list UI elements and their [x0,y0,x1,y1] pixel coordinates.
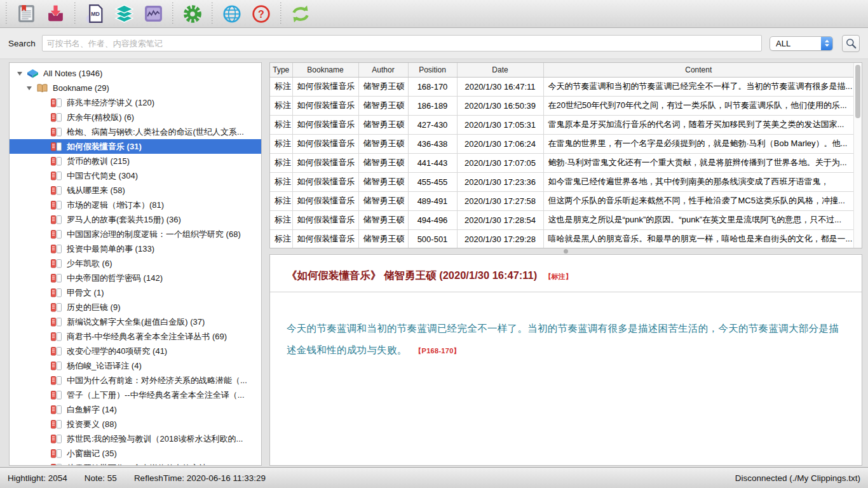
sidebar-item-book[interactable]: 新编说文解字大全集(超值白金版) (37) [10,315,261,329]
tree-item-label: 杨伯峻_论语译注 (4) [67,360,142,372]
sidebar-item-book[interactable]: 薛兆丰经济学讲义 (120) [10,95,261,110]
cell-type: 标注 [270,229,292,248]
sidebar-item-book[interactable]: 枪炮、病菌与钢铁:人类社会的命运(世纪人文系... [10,125,261,139]
search-button[interactable] [842,35,860,52]
book-icon [50,288,62,298]
column-header-bookname[interactable]: Bookname [292,63,358,77]
sidebar-item-book[interactable]: 钱从哪里来 (58) [10,183,261,198]
note-row[interactable]: 标注如何假装懂音乐储智勇王硕500-5012020/1/30 17:29:28嘻… [270,229,853,248]
book-icon [50,361,62,371]
note-row[interactable]: 标注如何假装懂音乐储智勇王硕441-4432020/1/30 17:07:05鲍… [270,153,853,172]
toolbar-separator [6,3,7,25]
book-icon [50,390,62,400]
note-type-tag: 【标注】 [545,273,573,280]
column-header-date[interactable]: Date [457,63,543,77]
sidebar-item-book[interactable]: 少年凯歌 (6) [10,256,261,271]
book-icon [50,346,62,356]
cell-author: 储智勇王硕 [358,77,408,96]
sidebar-item-book[interactable]: 从零开始学写作：个人增值的有效方法 (6) [10,461,261,466]
note-row[interactable]: 标注如何假装懂音乐储智勇王硕186-1892020/1/30 16:50:39在… [270,96,853,115]
book-icon [50,419,62,430]
stats-button[interactable] [140,1,166,27]
sidebar-item-book[interactable]: 中央帝国的哲学密码 (142) [10,271,261,285]
note-row[interactable]: 标注如何假装懂音乐储智勇王硕436-4382020/1/30 17:06:24在… [270,134,853,153]
sidebar-item-book[interactable]: 市场的逻辑（增订本）(81) [10,198,261,212]
tree-item-label: 庆余年(精校版) (6) [67,112,134,123]
cell-date: 2020/1/30 17:28:54 [457,210,543,229]
sidebar-item-book[interactable]: 投资中最简单的事 (133) [10,241,261,256]
cell-date: 2020/1/30 16:47:11 [457,77,543,96]
cell-author: 储智勇王硕 [358,210,408,229]
note-row[interactable]: 标注如何假装懂音乐储智勇王硕427-4302020/1/30 17:05:31雷… [270,115,853,134]
sidebar-item-book[interactable]: 历史的巨镜 (9) [10,300,261,315]
search-icon [845,37,857,50]
column-header-author[interactable]: Author [358,63,408,77]
book-icon [50,171,62,181]
sidebar-item-book[interactable]: 改变心理学的40项研究 (41) [10,344,261,358]
sidebar-item-all-notes[interactable]: All Notes (1946) [10,66,261,81]
import-button[interactable] [42,1,69,27]
sidebar-item-book[interactable]: 如何假装懂音乐 (31) [10,139,261,154]
sidebar-item-book[interactable]: 杨伯峻_论语译注 (4) [10,358,261,373]
notes-table: TypeBooknameAuthorPositionDateContent 标注… [270,63,853,248]
sidebar-item-book[interactable]: 白鱼解字 (14) [10,402,261,417]
tree-item-label: 管子（上下册）--中华经典名著全本全注全译（... [67,390,245,401]
dropdown-stepper-icon [821,37,832,50]
svg-text:MD: MD [91,11,100,17]
sidebar-item-book[interactable]: 投资要义 (88) [10,417,261,431]
sidebar-item-bookname-group[interactable]: Bookname (29) [10,81,261,95]
sidebar-item-book[interactable]: 甲骨文 (1) [10,285,261,300]
settings-button[interactable] [179,1,206,27]
tree-item-label: 货币的教训 (215) [67,156,130,167]
cell-content: 嘻哈就是黑人的朋克音乐。和最早的朋克一样，嘻哈也是来自街头的文化，都是一... [543,229,853,248]
tree-item-label: 罗马人的故事(套装共15册) (36) [67,214,181,226]
cell-author: 储智勇王硕 [358,229,408,248]
sidebar-item-book[interactable]: 小窗幽记 (35) [10,446,261,461]
allnotes-icon [27,69,39,79]
layers-icon [114,4,134,24]
notes-button[interactable] [13,1,39,27]
table-scrollbar[interactable] [853,63,862,248]
search-scope-dropdown[interactable]: ALL [770,36,833,51]
sidebar-item-book[interactable]: 中国为什么有前途：对外经济关系的战略潜能（... [10,373,261,388]
tree-item-label: 如何假装懂音乐 (31) [67,141,142,152]
sidebar-item-book[interactable]: 中国国家治理的制度逻辑：一个组织学研究 (68) [10,227,261,241]
web-button[interactable] [219,1,245,27]
refresh-button[interactable] [287,1,314,27]
note-row[interactable]: 标注如何假装懂音乐储智勇王硕494-4962020/1/30 17:28:54这… [270,210,853,229]
disclosure-triangle-icon[interactable] [17,72,22,76]
pane-splitter[interactable] [269,248,862,254]
cell-content: 雷鬼原本是牙买加流行音乐的代名词，随着牙买加移民到了英美之类的发达国家... [543,115,853,134]
toolbar: MD [0,0,868,28]
markdown-export-button[interactable]: MD [81,1,108,27]
cell-bookname: 如何假装懂音乐 [292,191,358,210]
cell-bookname: 如何假装懂音乐 [292,229,358,248]
help-button[interactable]: ? [248,1,275,27]
book-icon [50,142,62,152]
note-row[interactable]: 标注如何假装懂音乐储智勇王硕489-4912020/1/30 17:27:58但… [270,191,853,210]
tree-item-label: 商君书-中华经典名著全本全注全译丛书 (69) [67,331,227,342]
cell-author: 储智勇王硕 [358,191,408,210]
table-scrollbar-thumb[interactable] [855,65,860,118]
cell-position: 489-491 [408,191,457,210]
sidebar-item-book[interactable]: 苏世民:我的经验与教训（2018读桥水达利欧的... [10,431,261,446]
book-icon [50,332,62,342]
note-row[interactable]: 标注如何假装懂音乐储智勇王硕455-4552020/1/30 17:23:36如… [270,172,853,191]
splitter-handle-icon[interactable] [564,249,568,254]
column-header-content[interactable]: Content [543,63,853,77]
sidebar-item-book[interactable]: 庆余年(精校版) (6) [10,110,261,125]
sidebar-item-book[interactable]: 货币的教训 (215) [10,154,261,168]
sidebar-item-book[interactable]: 商君书-中华经典名著全本全注全译丛书 (69) [10,329,261,344]
disclosure-triangle-icon[interactable] [27,86,32,90]
note-row[interactable]: 标注如何假装懂音乐储智勇王硕168-1702020/1/30 16:47:11今… [270,77,853,96]
search-input[interactable] [42,35,762,51]
sidebar-item-book[interactable]: 罗马人的故事(套装共15册) (36) [10,212,261,227]
note-detail-header: 《如何假装懂音乐》 储智勇王硕 (2020/1/30 16:47:11) 【标注… [270,255,862,292]
column-header-position[interactable]: Position [408,63,457,77]
column-header-type[interactable]: Type [270,63,292,77]
book-icon [50,434,62,444]
status-highlight-count: Hightlight: 2054 [8,473,67,483]
sidebar-item-book[interactable]: 中国古代简史 (304) [10,168,261,183]
layers-button[interactable] [111,1,137,27]
sidebar-item-book[interactable]: 管子（上下册）--中华经典名著全本全注全译（... [10,388,261,402]
